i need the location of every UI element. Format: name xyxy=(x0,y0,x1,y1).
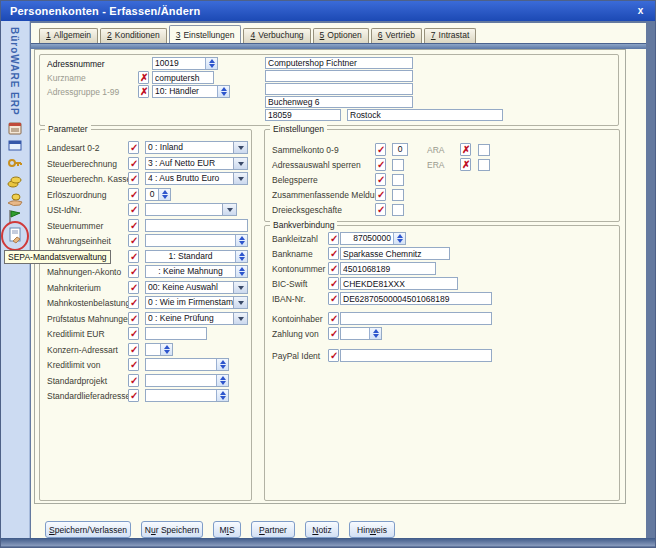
field-check-icon[interactable] xyxy=(375,158,386,171)
field-check-icon[interactable] xyxy=(375,173,386,186)
field-check-icon[interactable] xyxy=(375,203,386,216)
field-check-icon[interactable] xyxy=(128,157,139,170)
ust-idnr-select[interactable] xyxy=(145,203,237,216)
spin-up-button[interactable] xyxy=(221,87,227,91)
field-check-icon[interactable] xyxy=(375,188,386,201)
spin-down-button[interactable] xyxy=(164,350,170,354)
spin-down-button[interactable] xyxy=(239,257,245,261)
adressgruppe-clear-icon[interactable] xyxy=(138,85,149,98)
dropdown-button[interactable] xyxy=(233,142,247,153)
zusammenfassende-meldung-checkbox[interactable] xyxy=(392,189,404,201)
konzern-adressart-spinner[interactable] xyxy=(145,343,173,356)
spin-up-button[interactable] xyxy=(220,376,226,380)
spinner-buttons[interactable] xyxy=(369,328,381,339)
bankname-input[interactable] xyxy=(340,247,450,260)
bankleitzahl-spinner[interactable]: 87050000 xyxy=(340,232,406,245)
spin-up-button[interactable] xyxy=(373,329,379,333)
iban-input[interactable] xyxy=(340,292,492,305)
field-check-icon[interactable] xyxy=(128,358,139,371)
field-check-icon[interactable] xyxy=(128,327,139,340)
field-check-icon[interactable] xyxy=(328,312,339,325)
spin-up-button[interactable] xyxy=(209,59,215,63)
spin-down-button[interactable] xyxy=(220,381,226,385)
dreiecksgeschaefte-checkbox[interactable] xyxy=(392,204,404,216)
spin-down-button[interactable] xyxy=(209,64,215,68)
field-check-icon[interactable] xyxy=(128,219,139,232)
field-check-icon[interactable] xyxy=(328,277,339,290)
spinner-buttons[interactable] xyxy=(217,86,229,97)
steuerberechn-kasse-select[interactable]: 4 : Aus Brutto Euro xyxy=(145,172,248,185)
tab-optionen[interactable]: 5Optionen xyxy=(313,28,369,43)
pruefstatus-mahnungen-select[interactable]: 0 : Keine Prüfung xyxy=(145,312,248,325)
landesart-select[interactable]: 0 : Inland xyxy=(145,141,248,154)
sammelkonto-value[interactable]: 0 xyxy=(392,143,408,156)
spinner-buttons[interactable] xyxy=(235,251,247,262)
field-check-icon[interactable] xyxy=(328,262,339,275)
partner-button[interactable]: Partner xyxy=(251,521,295,538)
adressnummer-spinner[interactable]: 10019 xyxy=(152,57,218,70)
field-check-icon[interactable] xyxy=(128,281,139,294)
dropdown-button[interactable] xyxy=(233,173,247,184)
mahnungen-akonto-spinner[interactable]: : Keine Mahnung xyxy=(145,265,248,278)
dropdown-button[interactable] xyxy=(233,297,247,308)
nur-speichern-button[interactable]: Nur Speichern xyxy=(141,521,203,538)
spin-down-button[interactable] xyxy=(239,241,245,245)
spin-up-button[interactable] xyxy=(239,236,245,240)
address-name-input-1[interactable] xyxy=(265,57,413,69)
spinner-buttons[interactable] xyxy=(205,58,217,69)
spinner-buttons[interactable] xyxy=(160,344,172,355)
zahlung-von-spinner[interactable] xyxy=(340,327,382,340)
address-name-input-3[interactable] xyxy=(265,83,413,95)
mahnkostenbelastung-select[interactable]: 0 : Wie im Firmenstamm eing xyxy=(145,296,248,309)
tab-intrastat[interactable]: 7Intrastat xyxy=(424,28,476,43)
tab-konditionen[interactable]: 2Konditionen xyxy=(100,28,167,43)
speichern-verlassen-button[interactable]: Speichern/Verlassen xyxy=(45,521,131,538)
dropdown-button[interactable] xyxy=(233,282,247,293)
spinner-buttons[interactable] xyxy=(216,375,228,386)
spin-down-button[interactable] xyxy=(239,272,245,276)
hinweis-button[interactable]: Hinweis xyxy=(349,521,395,538)
standardlieferadresse-spinner[interactable] xyxy=(145,389,229,402)
spin-up-button[interactable] xyxy=(220,391,226,395)
street-input[interactable] xyxy=(265,96,413,108)
spin-down-button[interactable] xyxy=(397,239,403,243)
kreditlimit-von-spinner[interactable] xyxy=(145,358,229,371)
field-check-icon[interactable] xyxy=(128,188,139,201)
paypal-ident-input[interactable] xyxy=(340,349,492,362)
spin-down-button[interactable] xyxy=(220,365,226,369)
city-input[interactable] xyxy=(347,109,503,121)
spin-up-button[interactable] xyxy=(239,267,245,271)
key-icon[interactable] xyxy=(6,155,24,172)
field-check-icon[interactable] xyxy=(128,234,139,247)
hand-coins-icon[interactable] xyxy=(6,191,24,208)
field-check-icon[interactable] xyxy=(328,247,339,260)
waehrungseinheit-spinner[interactable] xyxy=(145,234,248,247)
dropdown-button[interactable] xyxy=(233,158,247,169)
belegsperre-checkbox[interactable] xyxy=(392,174,404,186)
notiz-button[interactable]: Notiz xyxy=(305,521,339,538)
field-check-icon[interactable] xyxy=(128,172,139,185)
standardprojekt-spinner[interactable] xyxy=(145,374,229,387)
field-check-icon[interactable] xyxy=(128,265,139,278)
address-name-input-2[interactable] xyxy=(265,70,413,82)
kontonummer-input[interactable] xyxy=(340,262,436,275)
field-check-icon[interactable] xyxy=(128,141,139,154)
spinner-buttons[interactable] xyxy=(235,266,247,277)
window-icon[interactable] xyxy=(6,137,24,154)
spin-down-button[interactable] xyxy=(220,396,226,400)
spin-up-button[interactable] xyxy=(397,234,403,238)
field-check-icon[interactable] xyxy=(128,374,139,387)
steuerberechnung-select[interactable]: 3 : Auf Netto EUR xyxy=(145,157,248,170)
era-checkbox[interactable] xyxy=(478,159,490,171)
tab-allgemein[interactable]: 1Allgemein xyxy=(39,28,98,43)
adressauswahl-sperren-checkbox[interactable] xyxy=(392,159,404,171)
coins-icon[interactable] xyxy=(6,173,24,190)
era-clear-icon[interactable] xyxy=(460,158,471,171)
spinner-buttons[interactable] xyxy=(158,189,170,200)
spinner-buttons[interactable] xyxy=(235,235,247,246)
spinner-buttons[interactable] xyxy=(216,390,228,401)
spinner-buttons[interactable] xyxy=(216,359,228,370)
field-check-icon[interactable] xyxy=(328,349,339,362)
spin-up-button[interactable] xyxy=(162,190,168,194)
bic-swift-input[interactable] xyxy=(340,277,458,290)
